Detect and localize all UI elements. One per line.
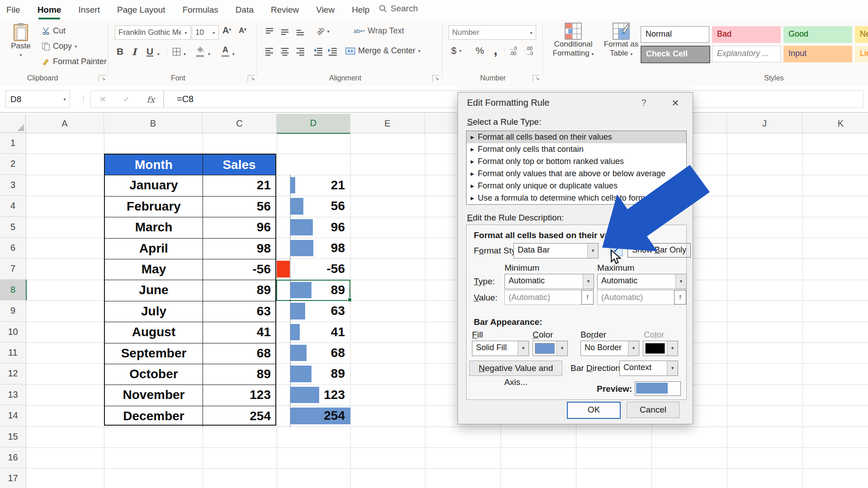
data-bar-cell-value[interactable]: 96 [277,217,349,238]
rule-type-option[interactable]: ▶Format only cells that contain [467,143,686,155]
comma-style-button[interactable]: , [494,42,497,58]
align-bottom-icon[interactable] [295,26,306,39]
tab-page-layout[interactable]: Page Layout [117,5,165,15]
border-combo[interactable]: No Border ▾ [580,341,639,356]
style-chip-neutral[interactable]: Neutral [855,26,868,43]
format-as-table-button[interactable]: Format as Table ▾ [599,23,643,59]
bar-direction-combo[interactable]: Context ▾ [619,361,678,376]
month-cell[interactable]: September [105,343,203,364]
sales-cell[interactable]: 89 [203,280,274,300]
clipboard-dialog-launcher-icon[interactable]: ↘ [99,75,105,82]
month-cell[interactable]: June [105,280,203,300]
rule-type-option[interactable]: ▶Format only values that are above or be… [467,168,686,180]
tab-file[interactable]: File [6,5,20,15]
align-left-icon[interactable] [264,46,275,59]
row-header-8[interactable]: 8 [0,280,27,300]
border-color-combo[interactable]: ▾ [643,341,678,356]
tab-home[interactable]: Home [38,5,61,15]
align-center-icon[interactable] [279,46,290,59]
rule-type-option[interactable]: ▶Format all cells based on their values [467,131,686,143]
dialog-help-button[interactable]: ? [637,98,651,108]
sales-cell[interactable]: 63 [203,301,274,322]
row-header-3[interactable]: 3 [0,175,26,196]
align-middle-icon[interactable] [279,26,290,39]
sales-cell[interactable]: 254 [203,406,274,427]
font-size-combo[interactable]: 10 ▾ [192,25,219,40]
sales-cell[interactable]: 21 [203,175,274,196]
sales-cell[interactable]: 68 [203,343,274,364]
negative-value-axis-button[interactable]: Negative Value and Axis... [469,361,562,376]
column-header-k[interactable]: K [802,114,868,133]
name-box[interactable]: D8 ▾ [5,90,70,108]
cancel-icon[interactable]: ✕ [99,94,106,104]
month-cell[interactable]: February [105,197,203,217]
italic-button[interactable]: I [132,46,137,57]
style-chip-linked-cell[interactable]: Linked Cell [855,46,868,62]
row-header-9[interactable]: 9 [0,300,26,321]
sales-cell[interactable]: 56 [203,197,274,217]
font-name-combo[interactable]: Franklin Gothic Me ▾ [115,25,191,40]
chevron-down-icon[interactable]: ▾ [157,52,160,56]
underline-button[interactable]: U [146,46,153,57]
cut-button[interactable]: Cut [42,26,66,36]
wrap-text-button[interactable]: ab↩ Wrap Text [354,26,404,36]
shrink-font-button[interactable]: A▾ [239,26,246,35]
row-header-10[interactable]: 10 [0,322,26,343]
fill-color-combo[interactable]: ▾ [533,341,568,356]
style-chip-check-cell[interactable]: Check Cell [641,46,710,63]
grow-font-button[interactable]: A▴ [222,25,231,36]
merge-center-button[interactable]: Merge & Center ▾ [345,46,420,56]
row-header-15[interactable]: 15 [0,427,26,447]
sales-cell[interactable]: 123 [203,385,274,405]
sales-cell[interactable]: 41 [203,322,274,343]
increase-decimal-icon[interactable]: ←0.00 [509,46,517,56]
align-top-icon[interactable] [264,26,275,39]
row-header-4[interactable]: 4 [0,196,26,216]
data-bar-cell-value[interactable]: -56 [277,258,349,279]
sales-cell[interactable]: 96 [203,217,274,238]
month-cell[interactable]: October [105,364,203,385]
row-header-5[interactable]: 5 [0,217,26,238]
insert-function-icon[interactable]: fx [147,94,155,104]
collapse-dialog-button[interactable]: ↑ [581,290,594,305]
type-minimum-combo[interactable]: Automatic ▾ [505,274,594,289]
data-bar-cell-value[interactable]: 123 [277,385,349,405]
data-bar-cell-value[interactable]: 41 [277,322,349,343]
sales-cell[interactable]: 98 [203,239,274,259]
row-header-11[interactable]: 11 [0,343,26,363]
row-header-1[interactable]: 1 [0,133,26,154]
decrease-indent-icon[interactable] [313,46,324,59]
style-chip-explanatory-[interactable]: Explanatory ... [712,46,781,62]
fill-combo[interactable]: Solid Fill ▾ [472,341,529,356]
rule-type-option[interactable]: ▶Format only top or bottom ranked values [467,155,686,168]
rule-type-option[interactable]: ▶Use a formula to determine which cells … [467,192,686,204]
row-header-2[interactable]: 2 [0,154,26,174]
value-maximum-input[interactable]: (Automatic) [597,290,675,305]
fill-handle[interactable] [348,298,352,302]
decrease-decimal-icon[interactable]: .00→0 [525,46,533,56]
font-color-button[interactable]: A [222,45,229,57]
data-bar-cell-value[interactable]: 56 [277,196,349,216]
alignment-dialog-launcher-icon[interactable]: ↘ [432,75,439,82]
row-header-6[interactable]: 6 [0,238,26,258]
style-chip-good[interactable]: Good [783,26,852,43]
collapse-dialog-button[interactable]: ↑ [674,290,686,305]
fill-color-button[interactable] [196,46,204,57]
select-all-corner[interactable] [0,114,26,133]
row-header-13[interactable]: 13 [0,385,26,405]
conditional-formatting-button[interactable]: Conditional Formatting ▾ [550,23,597,59]
sales-cell[interactable]: -56 [203,259,274,280]
data-bar-cell-value[interactable]: 21 [277,175,349,196]
copy-button[interactable]: Copy ▾ [42,42,77,51]
type-maximum-combo[interactable]: Automatic ▾ [597,274,687,289]
paste-button[interactable]: Paste ▾ [6,23,35,60]
selected-cell-outline[interactable] [276,280,350,301]
column-header-e[interactable]: E [350,114,425,133]
bold-button[interactable]: B [117,46,123,57]
column-header-c[interactable]: C [203,114,277,133]
column-header-d[interactable]: D [277,114,350,134]
accounting-format-button[interactable]: $ ▾ [451,45,462,56]
data-bar-cell-value[interactable]: 254 [277,405,349,426]
align-right-icon[interactable] [295,46,306,59]
month-cell[interactable]: March [105,217,203,238]
